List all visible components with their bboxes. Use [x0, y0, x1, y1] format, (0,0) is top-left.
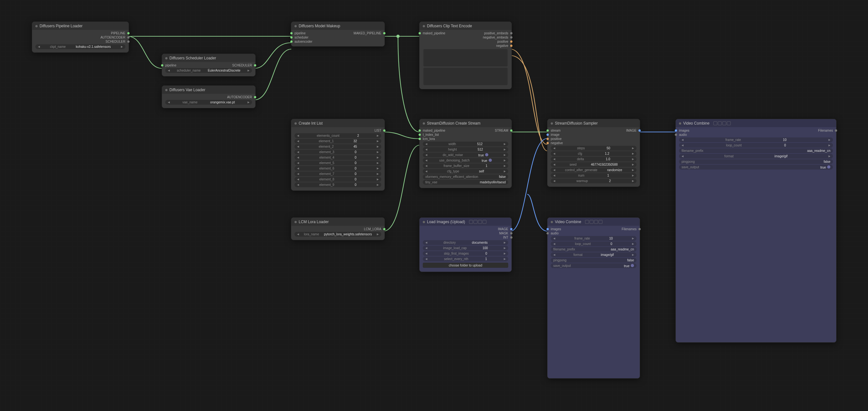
output-port[interactable]	[127, 40, 129, 43]
input-port[interactable]	[547, 134, 549, 136]
node-video-combine-1[interactable]: Video Combine imagesFilenames audio ◀fra…	[547, 217, 640, 379]
output-port[interactable]	[510, 45, 513, 47]
widget-save_output[interactable]: save_outputtrue	[551, 263, 637, 268]
widget-lora-name[interactable]: ◀lora_namepytorch_lora_weights.safetenso…	[294, 232, 381, 237]
widget-ckpt-name[interactable]: ◀ckpt_namekohaku-v2.1.safetensors▶	[35, 44, 125, 49]
input-port[interactable]	[675, 134, 677, 136]
widget-element_8[interactable]: ◀element_80▶	[294, 177, 381, 182]
widget-format[interactable]: ◀formatimage/gif▶	[551, 252, 637, 257]
input-port[interactable]	[675, 129, 677, 132]
widget-control_after_generate[interactable]: ◀control_after_generaterandomize▶	[551, 168, 637, 172]
widget-cfg[interactable]: ◀cfg1.2▶	[551, 151, 637, 156]
widget-width[interactable]: ◀width512▶	[423, 142, 508, 146]
widget-element_1[interactable]: ◀element_132▶	[294, 139, 381, 143]
input-port[interactable]	[418, 134, 421, 136]
node-sampler[interactable]: StreamDiffusion Sampler streamIMAGE imag…	[547, 119, 640, 187]
widget-elements_count[interactable]: ◀elements_count2▶	[294, 133, 381, 138]
node-title: StreamDiffusion Create Stream	[427, 121, 480, 126]
positive-prompt-input[interactable]	[424, 49, 507, 66]
output-port[interactable]	[510, 32, 513, 34]
widget-num[interactable]: ◀num1▶	[551, 173, 637, 178]
widget-image_load_cap[interactable]: ◀image_load_cap100▶	[423, 246, 508, 250]
input-port[interactable]	[547, 138, 549, 140]
node-video-combine-2[interactable]: Video Combine imagesFilenames audio ◀fra…	[676, 119, 837, 343]
svg-point-0	[396, 35, 400, 38]
input-port[interactable]	[547, 129, 549, 132]
output-port[interactable]	[127, 32, 129, 34]
node-load-images[interactable]: Load Images (Upload) IMAGE MASK INT ◀dir…	[419, 217, 512, 272]
input-port[interactable]	[290, 36, 292, 38]
output-port[interactable]	[510, 228, 513, 230]
input-port[interactable]	[418, 138, 421, 140]
widget-tiny_vae[interactable]: tiny_vaemadebyollin/taesd	[423, 180, 508, 184]
widget-frame_buffer_size[interactable]: ◀frame_buffer_size1▶	[423, 164, 508, 168]
widget-element_9[interactable]: ◀element_90▶	[294, 182, 381, 187]
widget-select_every_nth[interactable]: ◀select_every_nth1▶	[423, 256, 508, 261]
widget-delta[interactable]: ◀delta1.0▶	[551, 157, 637, 162]
widget-element_6[interactable]: ◀element_60▶	[294, 166, 381, 171]
node-clip-text-encode[interactable]: Diffusers Clip Text Encode maked_pipelin…	[419, 22, 512, 89]
output-port[interactable]	[510, 40, 513, 43]
output-port[interactable]	[639, 129, 641, 132]
widget-element_2[interactable]: ◀element_245▶	[294, 144, 381, 149]
widget-xformers_memory_efficient_attention[interactable]: xformers_memory_efficient_attentionfalse	[423, 174, 508, 179]
input-port[interactable]	[290, 32, 292, 34]
widget-element_7[interactable]: ◀element_70▶	[294, 171, 381, 176]
widget-skip_first_images[interactable]: ◀skip_first_images0▶	[423, 251, 508, 256]
widget-filename_prefix[interactable]: filename_prefixaaa_readme_cn	[679, 148, 833, 153]
input-port[interactable]	[547, 232, 549, 234]
node-lcm-lora-loader[interactable]: LCM Lora Loader LCM_LORA ◀lora_namepytor…	[291, 217, 385, 240]
widget-directory[interactable]: ◀directorydocuments▶	[423, 240, 508, 245]
widget-steps[interactable]: ◀steps50▶	[551, 146, 637, 150]
widget-do_add_noise[interactable]: ◀do_add_noisetrue▶	[423, 152, 508, 157]
output-port[interactable]	[835, 129, 837, 132]
node-title-icons	[585, 220, 602, 224]
widget-cfg_type[interactable]: ◀cfg_typeself▶	[423, 169, 508, 174]
output-port[interactable]	[127, 36, 129, 38]
widget-pingpong[interactable]: pingpongfalse	[679, 159, 833, 164]
input-port[interactable]	[547, 228, 549, 230]
widget-warmup[interactable]: ◀warmup2▶	[551, 178, 637, 183]
widget-loop_count[interactable]: ◀loop_count0▶	[551, 241, 637, 246]
output-port[interactable]	[510, 236, 513, 239]
widget-format[interactable]: ◀formatimage/gif▶	[679, 154, 833, 159]
input-port[interactable]	[418, 129, 421, 132]
output-port[interactable]	[383, 32, 385, 34]
output-port[interactable]	[510, 36, 513, 38]
widget-element_4[interactable]: ◀element_40▶	[294, 155, 381, 160]
widget-element_5[interactable]: ◀element_50▶	[294, 161, 381, 165]
node-title: Diffusers Clip Text Encode	[427, 24, 472, 28]
node-scheduler-loader[interactable]: Diffusers Scheduler Loader pipelineSCHED…	[162, 54, 255, 76]
widget-frame_rate[interactable]: ◀frame_rate10▶	[679, 137, 833, 142]
output-port[interactable]	[510, 129, 513, 132]
output-port[interactable]	[254, 96, 256, 98]
input-port[interactable]	[418, 32, 421, 34]
node-pipeline-loader[interactable]: Diffusers Pipeline Loader PIPELINE AUTOE…	[32, 22, 129, 53]
node-title-icons	[713, 122, 731, 125]
widget-loop_count[interactable]: ◀loop_count0▶	[679, 143, 833, 148]
input-port[interactable]	[161, 64, 163, 66]
output-port[interactable]	[639, 228, 641, 230]
widget-save_output[interactable]: save_outputtrue	[679, 165, 833, 170]
output-port[interactable]	[254, 64, 256, 66]
choose-folder-button[interactable]: choose folder to upload	[423, 263, 508, 268]
widget-filename_prefix[interactable]: filename_prefixaaa_readme_cn	[551, 247, 637, 252]
widget-frame_rate[interactable]: ◀frame_rate10▶	[551, 236, 637, 241]
input-port[interactable]	[290, 40, 292, 43]
node-vae-loader[interactable]: Diffusers Vae Loader AUTOENCODER ◀vae_na…	[162, 85, 255, 108]
node-model-makeup[interactable]: Diffusers Model Makeup pipelineMAKED_PIP…	[291, 22, 385, 46]
output-port[interactable]	[383, 228, 385, 230]
node-create-stream[interactable]: StreamDiffusion Create Stream maked_pipe…	[419, 119, 512, 188]
widget-height[interactable]: ◀height512▶	[423, 147, 508, 152]
widget-element_3[interactable]: ◀element_30▶	[294, 150, 381, 155]
widget-pingpong[interactable]: pingpongfalse	[551, 258, 637, 263]
node-create-int-list[interactable]: Create Int List LIST ◀elements_count2▶◀e…	[291, 119, 385, 191]
widget-seed[interactable]: ◀seed467741502350588▶	[551, 162, 637, 167]
output-port[interactable]	[510, 232, 513, 234]
output-port[interactable]	[383, 129, 385, 132]
negative-prompt-input[interactable]	[424, 68, 507, 85]
input-port[interactable]	[547, 142, 549, 144]
widget-vae-name[interactable]: ◀vae_nameorangemix.vae.pt▶	[165, 100, 252, 105]
widget-scheduler-name[interactable]: ◀scheduler_nameEulerAncestralDiscrete▶	[165, 68, 252, 73]
widget-use_denoising_batch[interactable]: ◀use_denoising_batchtrue▶	[423, 158, 508, 163]
